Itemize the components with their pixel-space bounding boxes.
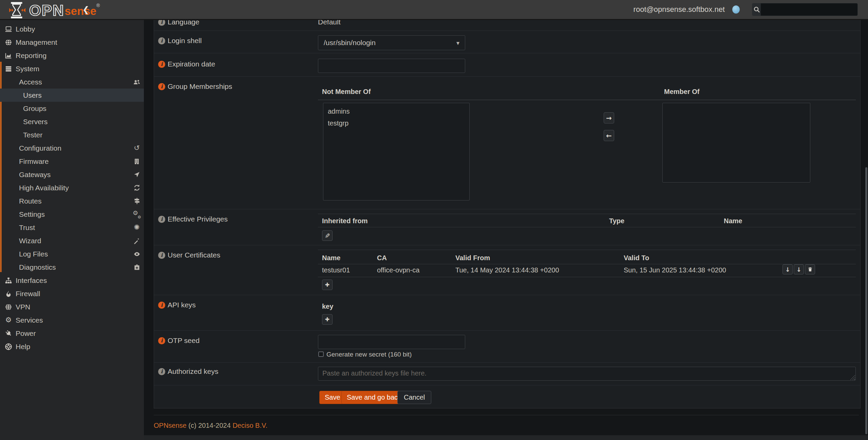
sidebar-label: Lobby (16, 25, 35, 33)
hourglass-logo-icon (9, 2, 26, 18)
edit-privileges-button[interactable]: ✎ (322, 230, 333, 241)
info-icon[interactable]: i (158, 37, 165, 44)
row-login-shell: iLogin shell /usr/sbin/nologin ▾ (154, 31, 860, 53)
top-bar: OPNsense® ❮ root@opnsense.softbox.net (0, 0, 868, 20)
info-icon[interactable]: i (158, 368, 165, 375)
generate-secret-checkbox[interactable] (318, 351, 324, 357)
remove-from-group-button[interactable]: ← (604, 130, 614, 141)
history-icon: ↺ (133, 145, 141, 152)
sidebar-item-management[interactable]: Management (0, 36, 144, 49)
field-label: User Certificates (168, 251, 220, 259)
sidebar-item-settings[interactable]: Settings ⚙⚙ (0, 208, 144, 221)
generate-secret-label: Generate new secret (160 bit) (326, 351, 412, 358)
login-shell-select[interactable]: /usr/sbin/nologin ▾ (318, 35, 465, 50)
vertical-scrollbar-thumb[interactable] (865, 167, 867, 434)
expiration-date-input[interactable] (318, 59, 465, 73)
info-icon[interactable]: i (158, 83, 165, 90)
sidebar-label: System (16, 65, 39, 73)
sidebar-item-log-files[interactable]: Log Files (0, 247, 144, 261)
language-value: Default (318, 20, 341, 26)
logged-in-user: root@opnsense.softbox.net (634, 5, 725, 14)
deciso-link[interactable]: Deciso B.V. (232, 422, 267, 429)
sidebar-item-tester[interactable]: Tester (0, 128, 144, 141)
row-expiration-date: iExpiration date (154, 53, 860, 77)
horizontal-scrollbar-gutter[interactable] (144, 435, 868, 440)
sidebar-item-vpn[interactable]: VPN (0, 300, 144, 313)
plus-icon: ✚ (325, 282, 329, 288)
sidebar-label: Log Files (19, 250, 48, 258)
sidebar-label: Firewall (16, 290, 40, 298)
delete-certificate-button[interactable] (805, 264, 815, 274)
cancel-button[interactable]: Cancel (397, 391, 431, 404)
sidebar-item-interfaces[interactable]: Interfaces (0, 274, 144, 287)
sidebar-item-routes[interactable]: Routes (0, 194, 144, 208)
sidebar-item-diagnostics[interactable]: Diagnostics (0, 261, 144, 274)
field-label: Group Memberships (168, 82, 232, 91)
sidebar-item-groups[interactable]: Groups (0, 102, 144, 115)
list-item[interactable]: testgrp (323, 117, 469, 129)
sidebar-label: Power (16, 329, 36, 338)
copyright-text: (c) 2014-2024 (188, 422, 231, 429)
sidebar-item-system[interactable]: System (0, 62, 144, 75)
otp-seed-input[interactable] (318, 335, 465, 349)
info-icon[interactable]: i (158, 20, 165, 26)
add-api-key-button[interactable]: ✚ (322, 314, 333, 325)
sidebar-item-firewall[interactable]: Firewall (0, 287, 144, 300)
add-to-group-button[interactable]: → (604, 112, 614, 123)
sidebar-label: Help (16, 343, 30, 351)
plus-icon: ✚ (325, 316, 329, 323)
sidebar-label: Firmware (19, 157, 49, 166)
row-effective-privileges: iEffective Privileges Inherited from Typ… (154, 209, 860, 245)
info-icon[interactable]: i (158, 216, 165, 223)
info-icon[interactable]: i (158, 302, 165, 309)
status-dot (732, 5, 740, 14)
trash-icon (808, 267, 813, 272)
row-group-memberships: iGroup Memberships Not Member Of Member … (154, 77, 860, 209)
magic-wand-icon (133, 237, 141, 245)
sidebar-collapse-icon[interactable]: ❮ (82, 5, 89, 14)
user-edit-form-panel: iLanguage Default iLogin shell /usr/sbin… (154, 20, 861, 408)
server-icon (4, 65, 13, 73)
footer-divider (154, 415, 859, 415)
info-icon[interactable]: i (158, 61, 165, 68)
footer: OPNsense (c) 2014-2024 Deciso B.V. (154, 422, 267, 429)
location-arrow-icon (133, 171, 141, 178)
sidebar-item-trust[interactable]: Trust ✺ (0, 221, 144, 234)
sidebar-item-high-availability[interactable]: High Availability (0, 181, 144, 194)
plug-icon (4, 330, 13, 337)
sidebar-item-users[interactable]: Users (0, 89, 144, 102)
divider (318, 100, 856, 100)
add-certificate-button[interactable]: ✚ (322, 280, 333, 290)
sidebar-label: Gateways (19, 171, 51, 179)
sidebar-label: Users (23, 91, 42, 99)
sidebar-item-help[interactable]: Help (0, 340, 144, 353)
info-icon[interactable]: i (158, 337, 165, 344)
sidebar-item-gateways[interactable]: Gateways (0, 168, 144, 181)
member-of-listbox[interactable] (662, 103, 810, 183)
sidebar-item-configuration[interactable]: Configuration ↺ (0, 141, 144, 155)
download-key-button[interactable]: ↓ (794, 264, 804, 274)
sidebar-item-power[interactable]: Power (0, 327, 144, 340)
search-input[interactable] (761, 3, 857, 16)
col-key: key (322, 303, 333, 310)
field-label: Login shell (168, 37, 202, 45)
sidebar-item-firmware[interactable]: Firmware (0, 155, 144, 168)
sidebar-item-lobby[interactable]: Lobby (0, 22, 144, 36)
not-member-of-listbox[interactable]: admins testgrp (323, 103, 470, 200)
global-search (752, 3, 858, 16)
sidebar-label: Configuration (19, 144, 61, 152)
sidebar-label: Routes (19, 197, 42, 205)
list-item[interactable]: admins (323, 106, 469, 117)
opnsense-link[interactable]: OPNsense (154, 422, 187, 429)
info-icon[interactable]: i (158, 252, 165, 259)
cert-ca: office-ovpn-ca (377, 266, 419, 274)
sidebar-item-services[interactable]: ⚙ Services (0, 313, 144, 327)
sidebar-item-servers[interactable]: Servers (0, 115, 144, 128)
search-icon (752, 3, 761, 16)
sidebar-item-wizard[interactable]: Wizard (0, 234, 144, 247)
download-certificate-button[interactable]: ↓ (782, 264, 793, 274)
sidebar-item-reporting[interactable]: Reporting (0, 49, 144, 62)
save-and-go-back-button[interactable]: Save and go back (341, 391, 407, 404)
authorized-keys-textarea[interactable] (318, 367, 856, 381)
sidebar-item-access[interactable]: Access (0, 75, 144, 89)
